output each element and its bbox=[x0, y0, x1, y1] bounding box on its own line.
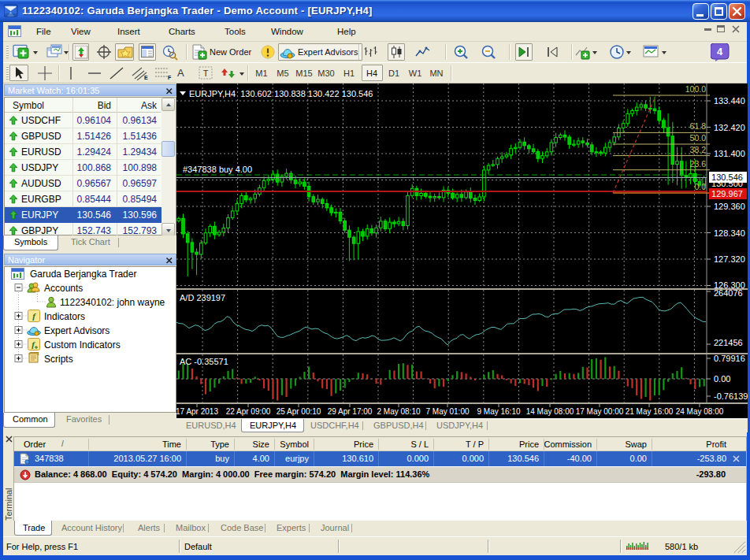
svg-text:21 May 16:00: 21 May 16:00 bbox=[626, 407, 674, 416]
svg-text:131.400: 131.400 bbox=[714, 149, 745, 158]
svg-text:T: T bbox=[203, 69, 209, 78]
svg-text:14 May 08:00: 14 May 08:00 bbox=[526, 407, 574, 416]
svg-text:4: 4 bbox=[717, 46, 723, 57]
svg-text:F: F bbox=[168, 75, 172, 80]
svg-text:22 Apr 09:00: 22 Apr 09:00 bbox=[226, 407, 271, 416]
svg-text:A/D 239197: A/D 239197 bbox=[180, 293, 225, 302]
svg-text:7 May 01:00: 7 May 01:00 bbox=[425, 407, 469, 416]
svg-text:0.00: 0.00 bbox=[714, 374, 730, 384]
svg-text:29 Apr 17:00: 29 Apr 17:00 bbox=[328, 407, 373, 416]
svg-text:129.967: 129.967 bbox=[711, 189, 743, 198]
svg-text:EURJPY,H4 130.602 130.838 130: EURJPY,H4 130.602 130.838 130.422 130.54… bbox=[189, 89, 373, 98]
svg-text:17 May 00:00: 17 May 00:00 bbox=[576, 407, 624, 416]
svg-text:130.546: 130.546 bbox=[711, 172, 743, 182]
svg-text:38.2: 38.2 bbox=[690, 145, 707, 154]
svg-text:100.0: 100.0 bbox=[685, 84, 706, 94]
svg-text:E: E bbox=[144, 75, 148, 80]
svg-text:AC -0.35571: AC -0.35571 bbox=[180, 357, 228, 366]
svg-text:17 Apr 2013: 17 Apr 2013 bbox=[176, 407, 218, 416]
svg-text:128.340: 128.340 bbox=[714, 228, 745, 238]
svg-text:264076: 264076 bbox=[714, 288, 743, 298]
svg-text:50.0: 50.0 bbox=[690, 133, 707, 143]
svg-text:221456: 221456 bbox=[714, 338, 743, 347]
svg-text:24 May 08:00: 24 May 08:00 bbox=[676, 407, 724, 416]
svg-text:129.360: 129.360 bbox=[714, 202, 745, 211]
svg-text:127.320: 127.320 bbox=[714, 254, 745, 264]
svg-text:132.420: 132.420 bbox=[714, 123, 745, 132]
svg-text:25 Apr 00:10: 25 Apr 00:10 bbox=[277, 407, 321, 416]
svg-text:2 May 08:10: 2 May 08:10 bbox=[377, 407, 420, 416]
svg-text:9 May 16:10: 9 May 16:10 bbox=[477, 407, 520, 416]
svg-text:0.79916: 0.79916 bbox=[714, 354, 745, 363]
svg-text:61.8: 61.8 bbox=[690, 121, 707, 131]
svg-text:133.440: 133.440 bbox=[714, 96, 745, 106]
svg-text:0.0: 0.0 bbox=[694, 182, 706, 191]
svg-text:23.6: 23.6 bbox=[690, 159, 707, 169]
svg-text:#347838 buy 4.00: #347838 buy 4.00 bbox=[183, 165, 252, 174]
svg-text:-0.76139: -0.76139 bbox=[714, 391, 748, 401]
